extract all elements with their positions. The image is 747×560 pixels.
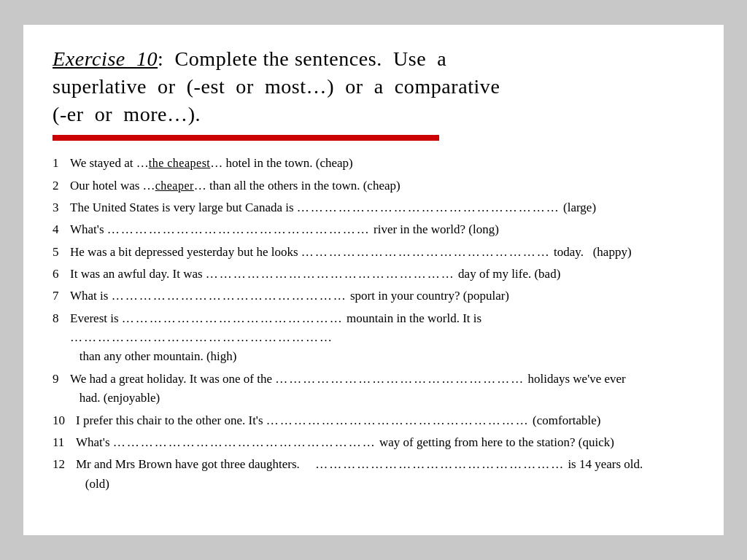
title-block: Exercise 10: Complete the sentences. Use… [53,45,694,128]
sentence-12: 12 Mr and Mrs Brown have got three daugh… [53,455,694,494]
dots-10: ………………………………………………… [266,413,530,427]
text-2: Our hotel was …cheaper… than all the oth… [70,176,694,195]
text-7: What is …………………………………………… sport in your … [70,287,694,306]
num-5: 5 [53,243,70,262]
sentence-2: 2 Our hotel was …cheaper… than all the o… [53,176,694,195]
num-12: 12 [53,455,76,474]
sentence-8: 8 Everest is ………………………………………… mountain i… [53,309,694,367]
sentence-10: 10 I prefer this chair to the other one.… [53,411,694,430]
dots-6: ……………………………………………… [206,267,455,281]
sentence-11: 11 What's ………………………………………………… way of get… [53,433,694,452]
dots-12: ……………………………………………… [315,457,565,471]
num-2: 2 [53,176,70,195]
sentence-5: 5 He was a bit depressed yesterday but h… [53,243,694,262]
dots-8b: ………………………………………………… [70,330,333,344]
sentence-3: 3 The United States is very large but Ca… [53,198,694,217]
red-bar [53,135,439,141]
sentence-9: 9 We had a great holiday. It was one of … [53,370,694,408]
sentence-4: 4 What's ………………………………………………… river in th… [53,220,694,239]
num-6: 6 [53,265,70,284]
text-3: The United States is very large but Cana… [70,198,694,217]
text-1: We stayed at …the cheapest… hotel in the… [70,154,694,173]
dots-9: ……………………………………………… [275,372,525,386]
answer-2: cheaper [155,179,194,192]
num-9: 9 [53,370,70,389]
slide: Exercise 10: Complete the sentences. Use… [23,25,724,535]
answer-1: the cheapest [149,157,211,169]
text-12: Mr and Mrs Brown have got three daughter… [76,455,694,494]
sentence-1: 1 We stayed at …the cheapest… hotel in t… [53,154,694,173]
sentence-7: 7 What is …………………………………………… sport in you… [53,287,694,306]
num-8: 8 [53,309,70,328]
num-10: 10 [53,411,76,430]
num-1: 1 [53,154,70,173]
dots-3: ………………………………………………… [297,201,560,214]
dots-4: ………………………………………………… [107,222,371,236]
num-11: 11 [53,433,76,452]
dots-8a: ………………………………………… [122,311,344,325]
num-3: 3 [53,198,70,217]
dots-7: …………………………………………… [112,289,347,303]
text-10: I prefer this chair to the other one. It… [76,411,694,430]
exercise-label: Exercise 10 [53,47,158,70]
text-6: It was an awful day. It was ………………………………… [70,265,694,284]
text-9: We had a great holiday. It was one of th… [70,370,694,408]
num-7: 7 [53,287,70,306]
text-4: What's ………………………………………………… river in the … [70,220,694,239]
num-4: 4 [53,220,70,239]
dots-5: ……………………………………………… [301,245,551,259]
text-5: He was a bit depressed yesterday but he … [70,243,694,262]
text-11: What's ………………………………………………… way of gettin… [76,433,694,452]
dots-11: ………………………………………………… [113,435,376,449]
text-8: Everest is ………………………………………… mountain in … [70,309,694,367]
sentences: 1 We stayed at …the cheapest… hotel in t… [53,154,694,494]
sentence-6: 6 It was an awful day. It was …………………………… [53,265,694,284]
